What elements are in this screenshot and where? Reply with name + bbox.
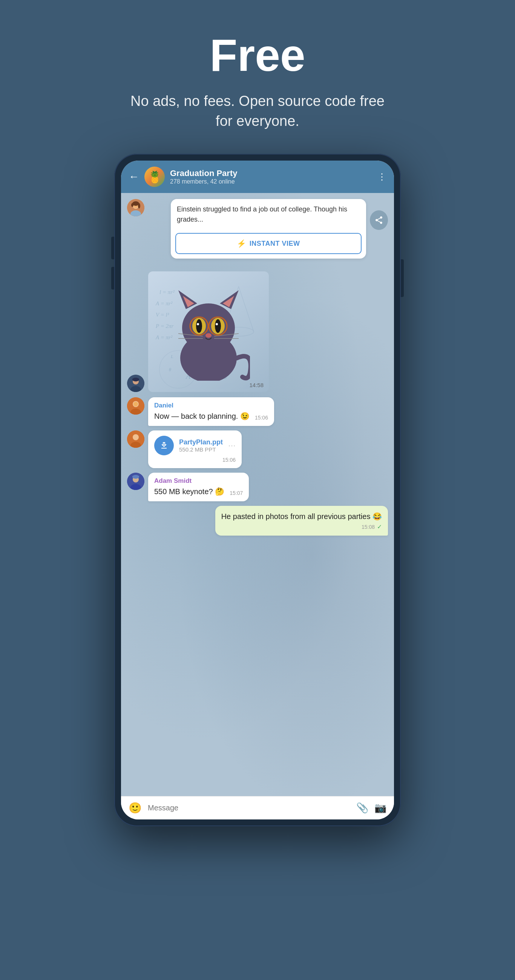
article-message: Einstein struggled to find a job out of … (171, 199, 366, 259)
hero-title: Free (126, 30, 389, 80)
chat-body: Einstein struggled to find a job out of … (121, 193, 394, 796)
daniel-text-bubble: Daniel Now — back to planning. 😉 15:06 (148, 397, 274, 426)
group-status: 278 members, 42 online (170, 178, 372, 185)
own-message-text: He pasted in photos from all previous pa… (221, 511, 382, 522)
svg-rect-11 (132, 379, 139, 380)
message-input-bar: 🙂 📎 📷 (121, 796, 394, 819)
article-message-row: Einstein struggled to find a job out of … (127, 199, 388, 264)
adam-sender-name: Adam Smidt (154, 477, 243, 485)
own-message-row: He pasted in photos from all previous pa… (127, 506, 388, 536)
adam-message-time: 15:07 (226, 490, 243, 497)
message-read-checkmark: ✓ (377, 523, 382, 530)
sticker-container: l = πr² A = πr² V = l³ P = 2πr A = πr² (148, 271, 269, 392)
file-message-row: PartyPlan.ppt 550.2 MB PPT ⋯ 15:06 (127, 430, 388, 468)
sender-avatar-girl (127, 199, 144, 216)
article-text: Einstein struggled to find a job out of … (171, 199, 366, 230)
hero-section: Free No ads, no fees. Open source code f… (110, 0, 405, 154)
phone-screen: ← 🍍 Graduation Party 278 members, 42 onl… (121, 161, 394, 819)
header-info: Graduation Party 278 members, 42 online (170, 169, 372, 185)
group-avatar: 🍍 (144, 167, 165, 187)
file-row: PartyPlan.ppt 550.2 MB PPT ⋯ (154, 436, 236, 455)
svg-point-34 (215, 319, 221, 333)
file-message-bubble: PartyPlan.ppt 550.2 MB PPT ⋯ 15:06 (148, 430, 242, 468)
sticker-sender-avatar (127, 375, 144, 392)
volume-up-button[interactable] (111, 237, 114, 259)
adam-text-message: Adam Smidt 550 MB keynote? 🤔 15:07 (127, 473, 388, 501)
power-button[interactable] (401, 259, 404, 297)
group-name: Graduation Party (170, 169, 372, 178)
volume-down-button[interactable] (111, 267, 114, 290)
lightning-icon: ⚡ (237, 239, 247, 248)
message-input[interactable] (148, 803, 350, 812)
instant-view-button[interactable]: ⚡ INSTANT VIEW (175, 233, 362, 254)
emoji-button[interactable]: 🙂 (129, 802, 142, 814)
adam-message-text: 550 MB keynote? 🤔 15:07 (154, 486, 243, 497)
sticker-time: 14:58 (249, 382, 263, 388)
file-download-button[interactable] (154, 436, 174, 455)
svg-point-50 (133, 434, 139, 440)
header-menu-button[interactable]: ⋮ (377, 172, 386, 182)
svg-point-48 (134, 402, 138, 406)
camera-button[interactable]: 📷 (375, 802, 386, 814)
daniel-avatar (127, 397, 144, 415)
file-size: 550.2 MB PPT (179, 446, 223, 453)
svg-point-35 (197, 323, 199, 325)
file-menu-button[interactable]: ⋯ (228, 441, 236, 450)
attachment-button[interactable]: 📎 (356, 802, 368, 814)
phone-frame: ← 🍍 Graduation Party 278 members, 42 onl… (114, 154, 401, 826)
file-time: 15:06 (154, 457, 236, 463)
daniel-message-time: 15:06 (252, 414, 268, 422)
adam-text-content: 550 MB keynote? 🤔 (154, 486, 224, 497)
svg-point-33 (196, 319, 202, 333)
adam-text-bubble: Adam Smidt 550 MB keynote? 🤔 15:07 (148, 473, 249, 501)
file-sender-avatar (127, 430, 144, 448)
back-button[interactable]: ← (129, 171, 139, 183)
instant-view-label: INSTANT VIEW (250, 240, 300, 248)
svg-point-37 (206, 333, 212, 338)
svg-point-5 (131, 203, 134, 207)
hero-subtitle: No ads, no fees. Open source code free f… (126, 91, 389, 131)
svg-point-6 (138, 203, 140, 208)
own-message-time: 15:08 (362, 524, 375, 530)
phone-wrapper: ← 🍍 Graduation Party 278 members, 42 onl… (114, 154, 401, 856)
daniel-sender-name: Daniel (154, 402, 268, 409)
daniel-message-text: Now — back to planning. 😉 15:06 (154, 411, 268, 422)
chat-header: ← 🍍 Graduation Party 278 members, 42 onl… (121, 161, 394, 193)
sticker-image: l = πr² A = πr² V = l³ P = 2πr A = πr² (148, 271, 269, 392)
daniel-text-message: Daniel Now — back to planning. 😉 15:06 (127, 397, 388, 426)
file-name: PartyPlan.ppt (179, 438, 223, 446)
svg-point-36 (216, 323, 218, 325)
svg-rect-56 (132, 476, 139, 477)
file-info: PartyPlan.ppt 550.2 MB PPT (179, 438, 223, 453)
share-button[interactable] (370, 210, 388, 230)
own-time-row: 15:08 ✓ (221, 523, 382, 530)
sticker-message-row: l = πr² A = πr² V = l³ P = 2πr A = πr² (127, 271, 388, 392)
daniel-text-content: Now — back to planning. 😉 (154, 411, 250, 422)
own-message-bubble: He pasted in photos from all previous pa… (215, 506, 388, 536)
adam-avatar (127, 473, 144, 490)
